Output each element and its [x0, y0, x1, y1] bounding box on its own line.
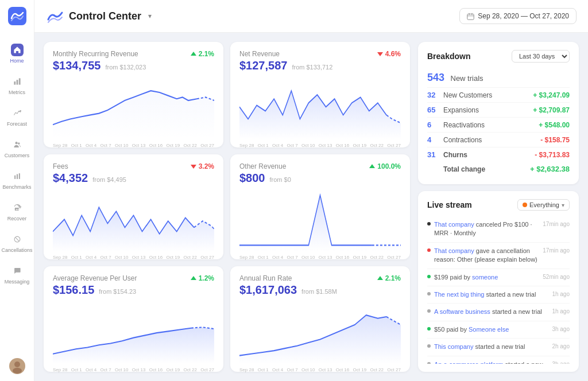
arr-axis-oct10: Oct 10: [301, 367, 315, 372]
net-revenue-chart-card: Net Revenue $127,587 from $133,712 4.6%: [230, 42, 410, 147]
arpu-header: Average Revenue Per User $156.15 from $1…: [53, 274, 214, 297]
or-axis-start: Sep 28: [239, 255, 254, 260]
event-link[interactable]: A software business: [434, 308, 490, 315]
right-panel: Breakdown Last 30 days 543 New trials 32…: [418, 42, 579, 372]
sidebar-item-recover[interactable]: Recover: [2, 197, 32, 226]
arpu-axis-end: Oct 27: [200, 367, 214, 372]
sidebar-item-customers[interactable]: Customers: [2, 134, 32, 163]
arpu-chart-area: Sep 28 Oct 1 Oct 4 Oct 7 Oct 10 Oct 13 O…: [53, 299, 214, 364]
livestream-filter-label: Everything: [529, 201, 559, 208]
mrr-value: $134,755: [53, 59, 100, 72]
svg-marker-22: [377, 52, 383, 56]
or-axis-oct1: Oct 1: [258, 255, 269, 260]
breakdown-row: 32 New Customers + $3,247.09: [427, 88, 570, 103]
event-text: A software business started a new trial: [434, 308, 548, 316]
fees-axis-oct7: Oct 7: [100, 255, 111, 260]
topbar: Control Center ▾ Sep 28, 2020 — Oct 27, …: [34, 0, 588, 33]
cancellations-icon: [11, 233, 24, 246]
title-chevron-icon[interactable]: ▾: [148, 12, 152, 20]
fees-axis-start: Sep 28: [53, 255, 67, 260]
livestream-events: That company canceled Pro $100 · MRR · M…: [427, 216, 570, 364]
event-link[interactable]: An e-commerce platform: [434, 361, 503, 364]
arpu-axis-oct13: Oct 13: [132, 367, 146, 372]
fees-chart-card: Fees $4,352 from $4,495 3.2%: [44, 154, 223, 260]
arpu-from: from $154.23: [99, 288, 136, 295]
arrow-up-icon: [190, 50, 197, 57]
nr-axis-oct4: Oct 4: [272, 143, 283, 148]
breakdown-total-row: 0 Total change + $2,632.38: [427, 162, 570, 176]
fees-axis-oct13: Oct 13: [132, 255, 146, 260]
livestream-chevron-icon: ▾: [562, 202, 564, 208]
arpu-arrow-up-icon: [190, 275, 197, 282]
event-link[interactable]: Someone else: [469, 326, 509, 333]
nr-axis-oct16: Oct 16: [336, 143, 350, 148]
mrr-axis-start: Sep 28: [53, 143, 67, 148]
fees-title: Fees: [53, 162, 126, 170]
new-trials-label: New trials: [451, 74, 483, 83]
event-link[interactable]: The next big thing: [434, 291, 484, 298]
breakdown-row-label: Reactivations: [443, 121, 539, 129]
svg-marker-21: [191, 52, 196, 56]
mrr-axis-oct7: Oct 7: [100, 143, 111, 148]
svg-rect-2: [16, 80, 18, 84]
arr-title: Annual Run Rate: [239, 274, 337, 282]
home-icon: [11, 44, 24, 56]
svg-rect-17: [467, 14, 474, 20]
nr-axis-oct10: Oct 10: [301, 143, 315, 148]
sidebar-item-benchmarks[interactable]: Benchmarks: [2, 165, 32, 195]
avatar[interactable]: [9, 358, 25, 374]
arpu-axis-start: Sep 28: [53, 367, 67, 372]
breakdown-total-label: Total change: [443, 165, 530, 173]
breakdown-period-select[interactable]: Last 30 days: [512, 50, 570, 63]
svg-rect-7: [14, 176, 16, 179]
sidebar-item-metrics[interactable]: Metrics: [2, 71, 32, 100]
breakdown-row-label: New Customers: [443, 91, 533, 99]
sidebar-item-messaging[interactable]: Messaging: [2, 260, 32, 289]
breakdown-row: 31 Churns - $3,713.83: [427, 147, 570, 162]
live-event: A software business started a new trial …: [427, 304, 570, 321]
nr-axis-oct22: Oct 22: [370, 143, 384, 148]
sidebar-item-label: Metrics: [9, 90, 25, 95]
breakdown-row-label: Churns: [443, 151, 535, 159]
fees-axis-end: Oct 27: [200, 255, 214, 260]
mrr-title: Monthly Recurring Revenue: [53, 50, 146, 58]
customers-icon: [11, 138, 24, 151]
fees-axis-oct22: Oct 22: [183, 255, 197, 260]
content-area: Monthly Recurring Revenue $134,755 from …: [34, 33, 588, 381]
arr-chart-card: Annual Run Rate $1,617,063 from $1.58M 2…: [230, 266, 410, 372]
sidebar-item-cancellations[interactable]: Cancellations: [2, 228, 32, 258]
fees-from: from $4,495: [92, 176, 126, 183]
svg-line-14: [16, 238, 19, 241]
or-axis-oct4: Oct 4: [272, 255, 283, 260]
event-link[interactable]: That company: [434, 247, 474, 254]
sidebar-item-home[interactable]: Home: [2, 39, 32, 68]
topbar-logo-icon: [46, 7, 64, 25]
sidebar-item-forecast[interactable]: Forecast: [2, 102, 32, 131]
event-link[interactable]: someone: [472, 274, 498, 281]
breakdown-total-amount: + $2,632.38: [530, 165, 570, 173]
nr-axis-oct1: Oct 1: [258, 143, 269, 148]
event-dot-icon: [427, 248, 431, 252]
live-event: The next big thing started a new trial 1…: [427, 286, 570, 304]
svg-rect-11: [16, 209, 16, 210]
event-text: This company started a new trial: [434, 343, 548, 351]
event-dot-icon: [427, 362, 431, 364]
arr-arrow-up-icon: [377, 275, 384, 282]
breakdown-row-num: 65: [427, 106, 441, 114]
mrr-chart-area: Sep 28 Oct 1 Oct 4 Oct 7 Oct 10 Oct 13 O…: [53, 75, 214, 139]
event-link[interactable]: This company: [434, 343, 473, 350]
date-range-button[interactable]: Sep 28, 2020 — Oct 27, 2020: [459, 8, 577, 24]
arpu-axis-oct16: Oct 16: [149, 367, 163, 372]
arr-header: Annual Run Rate $1,617,063 from $1.58M 2…: [239, 274, 401, 297]
arr-axis-oct13: Oct 13: [319, 367, 332, 372]
net-revenue-title: Net Revenue: [239, 50, 332, 58]
event-link[interactable]: That company: [434, 221, 474, 228]
svg-point-4: [20, 110, 21, 112]
livestream-filter-button[interactable]: Everything ▾: [517, 199, 570, 211]
breakdown-row-label: Expansions: [443, 106, 533, 114]
sidebar-logo: [8, 7, 26, 28]
fees-axis-oct19: Oct 19: [167, 255, 180, 260]
fees-axis-oct1: Oct 1: [71, 255, 82, 260]
live-dot-icon: [523, 203, 527, 207]
breakdown-row-num: 4: [427, 135, 441, 144]
